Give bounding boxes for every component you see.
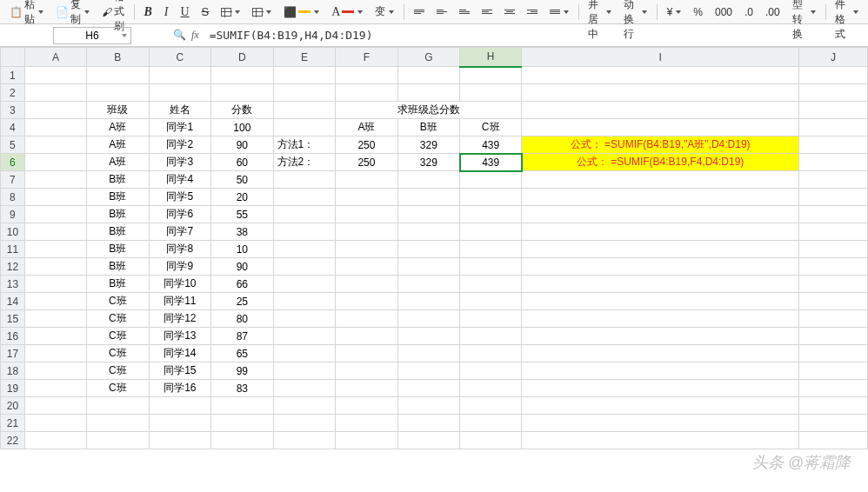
cell-I21[interactable] (522, 415, 798, 432)
col-header-H[interactable]: H (460, 48, 522, 67)
cell-C9[interactable]: 同学6 (149, 206, 211, 223)
row-header-2[interactable]: 2 (1, 84, 25, 102)
cell-D1[interactable] (211, 67, 273, 84)
cell-J20[interactable] (798, 397, 867, 415)
cell-A9[interactable] (24, 206, 86, 223)
cell-D22[interactable] (211, 432, 273, 449)
cell-B16[interactable]: C班 (87, 328, 149, 345)
col-header-A[interactable]: A (24, 48, 86, 67)
cell-H20[interactable] (460, 397, 522, 415)
cell-C3[interactable]: 姓名 (149, 102, 211, 119)
cell-G20[interactable] (397, 397, 459, 415)
cell-D3[interactable]: 分数 (211, 102, 273, 119)
cell-A6[interactable] (24, 154, 86, 171)
cell-D8[interactable]: 20 (211, 189, 273, 206)
row-header-11[interactable]: 11 (1, 241, 25, 258)
col-header-B[interactable]: B (87, 48, 149, 67)
cell-C22[interactable] (149, 432, 211, 449)
cell-I9[interactable] (522, 206, 798, 223)
cell-G2[interactable] (397, 84, 459, 102)
cell-H4[interactable]: C班 (460, 119, 522, 136)
cell-G21[interactable] (397, 415, 459, 432)
row-header-1[interactable]: 1 (1, 67, 25, 84)
cell-A7[interactable] (24, 171, 86, 189)
cell-J8[interactable] (798, 189, 867, 206)
cell-H21[interactable] (460, 415, 522, 432)
cell-J13[interactable] (798, 276, 867, 293)
cell-J10[interactable] (798, 223, 867, 241)
cell-I2[interactable] (522, 84, 798, 102)
cell-H18[interactable] (460, 362, 522, 380)
cell-B12[interactable]: B班 (87, 258, 149, 276)
cell-C13[interactable]: 同学10 (149, 276, 211, 293)
cell-I12[interactable] (522, 258, 798, 276)
cell-E3[interactable] (273, 102, 336, 119)
cell-F6[interactable]: 250 (336, 154, 397, 171)
cell-J2[interactable] (798, 84, 867, 102)
pinyin-button[interactable]: 变 (371, 3, 398, 21)
cell-G5[interactable]: 329 (397, 136, 459, 154)
cell-D11[interactable]: 10 (211, 241, 273, 258)
cell-F21[interactable] (336, 415, 397, 432)
cell-H8[interactable] (460, 189, 522, 206)
cell-E22[interactable] (273, 432, 336, 449)
decrease-decimal-button[interactable]: .0 (740, 4, 758, 20)
cell-E6[interactable]: 方法2： (273, 154, 336, 171)
cell-C17[interactable]: 同学14 (149, 345, 211, 362)
formula-input[interactable]: =SUMIF(B4:B19,H4,D4:D19) (206, 29, 863, 42)
cell-C11[interactable]: 同学8 (149, 241, 211, 258)
cell-G15[interactable] (397, 310, 459, 328)
cell-D14[interactable]: 25 (211, 293, 273, 310)
cell-D9[interactable]: 55 (211, 206, 273, 223)
cell-D19[interactable]: 83 (211, 380, 273, 397)
cell-G7[interactable] (397, 171, 459, 189)
cell-J5[interactable] (798, 136, 867, 154)
row-header-9[interactable]: 9 (1, 206, 25, 223)
cell-D2[interactable] (211, 84, 273, 102)
cell-I17[interactable] (522, 345, 798, 362)
cell-A20[interactable] (24, 397, 86, 415)
cell-B2[interactable] (87, 84, 149, 102)
cell-H11[interactable] (460, 241, 522, 258)
cell-F7[interactable] (336, 171, 397, 189)
cell-I13[interactable] (522, 276, 798, 293)
cell-G6[interactable]: 329 (397, 154, 459, 171)
cell-G16[interactable] (397, 328, 459, 345)
cell-I5[interactable]: 公式： =SUMIF(B4:B19,"A班",D4:D19) (522, 136, 798, 154)
cell-H6[interactable]: 439 (460, 154, 522, 171)
cell-E21[interactable] (273, 415, 336, 432)
cell-G14[interactable] (397, 293, 459, 310)
cell-H13[interactable] (460, 276, 522, 293)
cell-G12[interactable] (397, 258, 459, 276)
cell-J7[interactable] (798, 171, 867, 189)
align-bottom-button[interactable] (455, 8, 474, 16)
cell-E7[interactable] (273, 171, 336, 189)
cell-F19[interactable] (336, 380, 397, 397)
name-box[interactable]: H6 (53, 27, 131, 44)
row-header-7[interactable]: 7 (1, 171, 25, 189)
row-header-18[interactable]: 18 (1, 362, 25, 380)
copy-button[interactable]: 📄复制 (51, 0, 94, 29)
cell-F12[interactable] (336, 258, 397, 276)
row-header-14[interactable]: 14 (1, 293, 25, 310)
cell-E14[interactable] (273, 293, 336, 310)
cell-J18[interactable] (798, 362, 867, 380)
cell-G18[interactable] (397, 362, 459, 380)
cell-H7[interactable] (460, 171, 522, 189)
cell-E16[interactable] (273, 328, 336, 345)
cell-H15[interactable] (460, 310, 522, 328)
cell-D6[interactable]: 60 (211, 154, 273, 171)
row-header-13[interactable]: 13 (1, 276, 25, 293)
row-header-6[interactable]: 6 (1, 154, 25, 171)
cell-A11[interactable] (24, 241, 86, 258)
cell-D4[interactable]: 100 (211, 119, 273, 136)
align-middle-button[interactable] (432, 8, 451, 16)
cell-J12[interactable] (798, 258, 867, 276)
cell-I18[interactable] (522, 362, 798, 380)
col-header-D[interactable]: D (211, 48, 273, 67)
italic-button[interactable]: I (160, 3, 173, 21)
cell-J14[interactable] (798, 293, 867, 310)
row-header-15[interactable]: 15 (1, 310, 25, 328)
cell-F16[interactable] (336, 328, 397, 345)
cell-E12[interactable] (273, 258, 336, 276)
